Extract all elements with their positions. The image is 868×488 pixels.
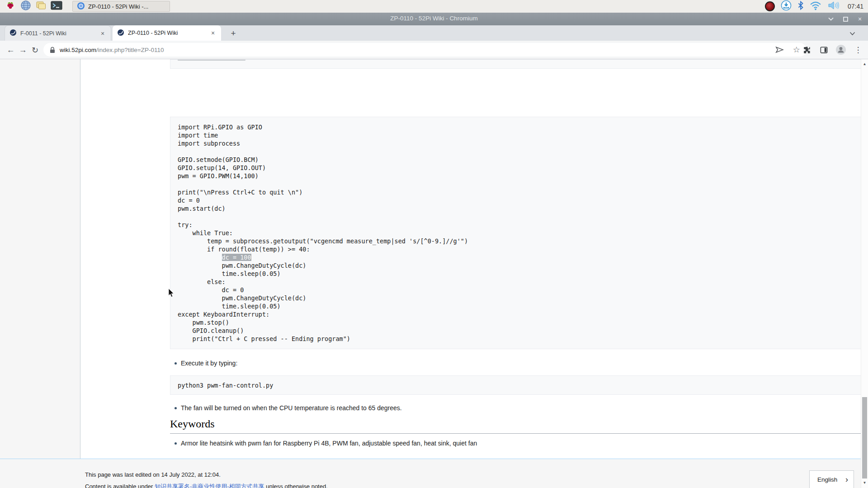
license-suffix: unless otherwise noted.	[264, 483, 328, 488]
window-title: ZP-0110 - 52Pi Wiki - Chromium	[0, 15, 868, 22]
list-item: The fan will be turned on when the CPU t…	[174, 404, 402, 412]
send-to-device-icon[interactable]	[775, 46, 784, 53]
clock[interactable]: 07:41	[848, 3, 863, 10]
window-titlebar[interactable]: ZP-0110 - 52Pi Wiki - Chromium ×	[0, 13, 868, 25]
taskbar: ZP-0110 - 52Pi Wiki -...	[0, 0, 868, 13]
raspberry-icon	[5, 0, 15, 12]
folder-icon	[36, 0, 47, 12]
keywords-heading: Keywords	[170, 418, 868, 434]
pwm-code-block[interactable]: import RPi.GPIO as GPIO import time impo…	[170, 117, 868, 349]
license-link[interactable]: 知识共享署名-非商业性使用-相同方式共享	[155, 483, 264, 488]
taskbar-app-label: ZP-0110 - 52Pi Wiki -...	[88, 3, 148, 10]
list-item: Armor lite heatsink with pwm fan for Ras…	[174, 440, 477, 447]
profile-avatar[interactable]	[835, 43, 847, 56]
clipped-text-remnant	[178, 59, 245, 61]
minimize-icon[interactable]	[827, 15, 835, 23]
wifi-icon[interactable]	[810, 0, 821, 12]
url-path: /index.php?title=ZP-0110	[96, 47, 164, 53]
volume-icon[interactable]	[827, 0, 840, 12]
tab-zp0110[interactable]: ZP-0110 - 52Pi Wiki ×	[113, 25, 221, 41]
terminal-icon	[51, 1, 62, 12]
app-menu-button[interactable]	[5, 1, 16, 12]
tab-close-icon[interactable]: ×	[209, 29, 217, 37]
wiki-favicon-icon	[117, 29, 124, 38]
bluetooth-icon[interactable]	[797, 0, 804, 12]
desktop: ZP-0110 - 52Pi Wiki -...	[0, 0, 868, 488]
chromium-icon	[77, 2, 85, 11]
web-browser-launcher[interactable]	[20, 1, 32, 12]
reload-button[interactable]: ↻	[29, 44, 41, 56]
address-bar[interactable]: wiki.52pi.com/index.php?title=ZP-0110 ☆	[43, 43, 807, 57]
extensions-icon[interactable]	[800, 43, 813, 56]
url-domain: wiki.52pi.com	[60, 47, 96, 53]
mouse-cursor	[168, 289, 175, 299]
language-button-label: English	[817, 476, 837, 483]
new-tab-button[interactable]: +	[227, 28, 239, 39]
scrollbar-thumb[interactable]	[862, 397, 867, 479]
last-edited-text: This page was last edited on 14 July 202…	[85, 471, 221, 478]
tab-strip: F-0011 - 52Pi Wiki × ZP-0110 - 52Pi Wiki…	[0, 25, 868, 41]
language-button[interactable]: English ›	[809, 470, 854, 488]
globe-icon	[21, 0, 31, 12]
page-scrollbar[interactable]: ▲ ▼	[861, 59, 868, 488]
wiki-sidebar-area	[0, 59, 80, 488]
toolbar-actions: ⋮	[800, 43, 864, 56]
license-prefix: Content is available under	[85, 483, 155, 488]
omnibox-actions: ☆	[775, 45, 800, 55]
file-manager-launcher[interactable]	[35, 1, 47, 12]
browser-menu-icon[interactable]: ⋮	[852, 43, 864, 56]
tab-label: ZP-0110 - 52Pi Wiki	[128, 30, 206, 36]
terminal-launcher[interactable]	[51, 1, 62, 12]
taskbar-status-area: 07:41	[765, 0, 863, 13]
maximize-icon[interactable]	[842, 15, 849, 23]
window-controls: ×	[827, 13, 863, 25]
close-icon[interactable]: ×	[856, 15, 863, 23]
tab-label: F-0011 - 52Pi Wiki	[20, 30, 95, 37]
license-text: Content is available under 知识共享署名-非商业性使用…	[85, 483, 328, 488]
command-block[interactable]: python3 pwm-fan-control.py	[170, 375, 868, 395]
wiki-content: means library is OK. Open a terminal and…	[80, 59, 861, 459]
code-block-partial	[170, 59, 868, 69]
wiki-footer: This page was last edited on 14 July 202…	[0, 459, 861, 488]
tab-f0011[interactable]: F-0011 - 52Pi Wiki ×	[5, 25, 111, 41]
chevron-right-icon: ›	[845, 475, 848, 484]
tab-close-icon[interactable]: ×	[99, 30, 106, 37]
url-text: wiki.52pi.com/index.php?title=ZP-0110	[60, 47, 164, 53]
updates-icon[interactable]	[781, 0, 792, 13]
browser-toolbar: ← → ↻ wiki.52pi.com/index.php?title=ZP-0…	[0, 41, 868, 59]
bookmark-star-icon[interactable]: ☆	[793, 45, 800, 55]
forward-button[interactable]: →	[17, 44, 29, 56]
side-panel-icon[interactable]	[817, 43, 830, 56]
back-button[interactable]: ←	[5, 44, 17, 56]
lock-icon	[50, 47, 55, 53]
scroll-down-icon[interactable]: ▼	[861, 481, 868, 485]
screen-recorder-icon[interactable]	[765, 1, 775, 11]
scroll-up-icon[interactable]: ▲	[861, 62, 868, 66]
pwm-code-text: import RPi.GPIO as GPIO import time impo…	[178, 123, 468, 342]
list-item: Execute it by typing:	[174, 360, 237, 367]
tab-search-chevron-icon[interactable]	[848, 29, 856, 38]
taskbar-app-button[interactable]: ZP-0110 - 52Pi Wiki -...	[72, 1, 170, 12]
wiki-favicon-icon	[9, 29, 17, 38]
